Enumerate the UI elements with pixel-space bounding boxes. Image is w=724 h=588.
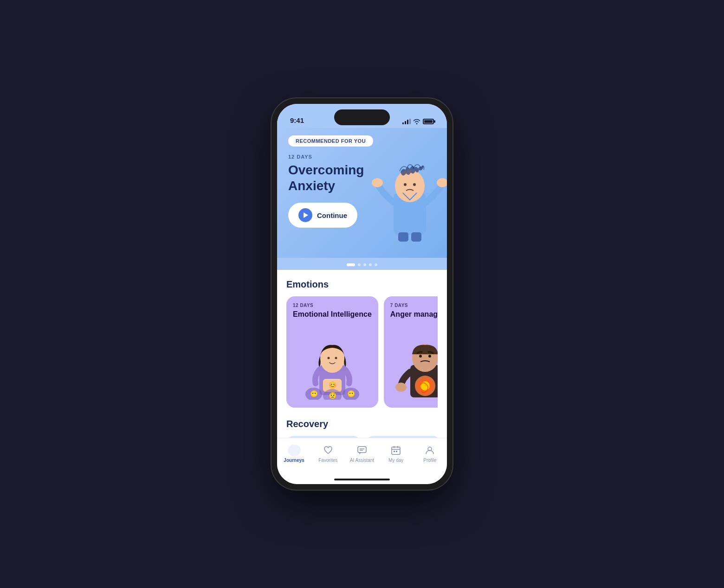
tab-favorites-label: Favorites xyxy=(318,458,337,463)
hero-section: RECOMMENDED FOR YOU 12 DAYS Overcoming A… xyxy=(277,128,447,258)
svg-point-2 xyxy=(404,183,407,186)
person-icon xyxy=(424,445,435,456)
continue-button[interactable]: Continue xyxy=(288,203,357,228)
play-icon xyxy=(298,208,312,222)
status-icons xyxy=(402,119,434,124)
svg-point-1 xyxy=(395,170,425,202)
emotions-section-title: Emotions xyxy=(286,279,438,290)
tab-ai-assistant-label: AI Assistant xyxy=(350,458,374,463)
tab-favorites[interactable]: Favorites xyxy=(311,442,345,466)
svg-point-24 xyxy=(428,355,431,358)
ei-illustration: 😊 😶 😟 😶 xyxy=(286,326,378,400)
am-card-days: 7 DAYS xyxy=(390,303,438,308)
svg-point-11 xyxy=(335,357,337,359)
recovery-section-title: Recovery xyxy=(286,419,438,429)
heart-icon xyxy=(323,445,334,456)
pagination-dots xyxy=(277,258,447,270)
dot-3 xyxy=(363,263,366,266)
svg-point-23 xyxy=(419,355,422,358)
tab-ai-assistant[interactable]: AI Assistant xyxy=(345,442,379,466)
dot-5 xyxy=(375,263,377,266)
svg-rect-6 xyxy=(398,232,408,242)
svg-rect-40 xyxy=(396,451,397,452)
tab-profile[interactable]: Profile xyxy=(413,442,447,466)
battery-icon xyxy=(423,119,434,124)
am-card-title: Anger management xyxy=(390,310,438,319)
home-icon xyxy=(288,445,301,456)
svg-text:😶: 😶 xyxy=(347,390,355,398)
svg-rect-32 xyxy=(358,447,366,453)
svg-point-3 xyxy=(413,183,416,186)
am-illustration xyxy=(384,326,438,400)
scroll-content[interactable]: RECOMMENDED FOR YOU 12 DAYS Overcoming A… xyxy=(277,128,447,438)
home-indicator xyxy=(277,475,447,484)
tab-journeys[interactable]: Journeys xyxy=(277,442,311,466)
ei-card-title: Emotional Intelligence xyxy=(293,310,372,319)
emotions-section: Emotions 12 DAYS Emotional Intelligence xyxy=(277,270,447,409)
phone-screen: 9:41 xyxy=(277,104,447,484)
emotions-cards-row[interactable]: 12 DAYS Emotional Intelligence xyxy=(286,296,438,409)
anxiety-illustration xyxy=(368,133,447,244)
recovery-section: Recovery 12 DAYS Overcoming 8 DAYS Overc… xyxy=(277,409,447,438)
svg-point-10 xyxy=(327,357,330,359)
recommended-badge: RECOMMENDED FOR YOU xyxy=(288,135,373,147)
svg-text:😶: 😶 xyxy=(310,390,318,398)
recovery-card-1[interactable]: 12 DAYS Overcoming xyxy=(286,436,361,438)
svg-rect-35 xyxy=(392,447,400,454)
svg-text:😊: 😊 xyxy=(328,381,336,389)
signal-icon xyxy=(402,119,411,124)
tab-bar: Journeys Favorites xyxy=(277,438,447,475)
status-time: 9:41 xyxy=(290,116,304,124)
emotional-intelligence-card[interactable]: 12 DAYS Emotional Intelligence xyxy=(286,296,378,408)
dot-4 xyxy=(369,263,372,266)
continue-label: Continue xyxy=(317,211,347,219)
dot-1 xyxy=(347,263,355,266)
tab-journeys-label: Journeys xyxy=(284,458,304,463)
svg-point-29 xyxy=(420,381,430,390)
home-bar xyxy=(334,479,390,480)
svg-text:😟: 😟 xyxy=(328,392,336,400)
phone-frame: 9:41 xyxy=(272,98,452,490)
svg-rect-39 xyxy=(394,451,395,452)
wifi-icon xyxy=(413,119,420,124)
hero-title: Overcoming Anxiety xyxy=(288,162,369,193)
tab-profile-label: Profile xyxy=(423,458,436,463)
svg-rect-7 xyxy=(411,232,421,242)
recovery-card-2[interactable]: 8 DAYS Overcoming xyxy=(366,436,438,438)
calendar-icon xyxy=(390,445,401,456)
dynamic-island xyxy=(334,109,390,125)
svg-point-4 xyxy=(372,178,383,187)
dot-2 xyxy=(358,263,361,266)
anger-management-card[interactable]: 7 DAYS Anger management xyxy=(384,296,438,408)
svg-point-25 xyxy=(395,383,407,392)
ei-card-days: 12 DAYS xyxy=(293,303,372,308)
tab-my-day[interactable]: My day xyxy=(379,442,413,466)
chat-icon xyxy=(356,445,368,456)
tab-my-day-label: My day xyxy=(388,458,403,463)
